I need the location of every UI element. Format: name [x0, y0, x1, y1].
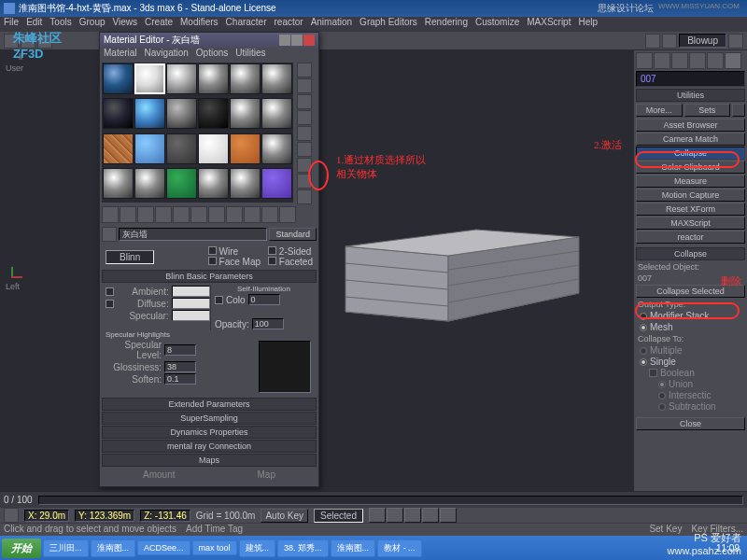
make-copy-icon[interactable]: [173, 206, 190, 223]
soften-spinner[interactable]: 0.1: [164, 373, 196, 385]
swatch[interactable]: [230, 98, 261, 129]
swatch[interactable]: [134, 168, 165, 199]
shader-dropdown[interactable]: Blinn: [106, 250, 154, 264]
time-tag[interactable]: Add Time Tag: [186, 524, 243, 536]
show-end-icon[interactable]: [261, 206, 278, 223]
put-lib-icon[interactable]: [208, 206, 225, 223]
show-map-icon[interactable]: [244, 206, 261, 223]
menu-create[interactable]: Create: [145, 17, 173, 32]
motion-capture-button[interactable]: Motion Capture: [636, 189, 745, 202]
mat-id-icon[interactable]: [226, 206, 243, 223]
swatch[interactable]: [198, 133, 229, 164]
gloss-spinner[interactable]: 38: [164, 361, 196, 372]
next-frame-icon[interactable]: [422, 508, 439, 523]
swatch[interactable]: [198, 63, 229, 94]
speclevel-spinner[interactable]: 8: [164, 344, 196, 356]
put-scene-icon[interactable]: [120, 206, 136, 223]
create-tab-icon[interactable]: [636, 52, 653, 69]
mat-editor-titlebar[interactable]: Material Editor - 灰白墙: [100, 33, 318, 48]
select-by-mat-icon[interactable]: [297, 174, 312, 189]
collapse-selected-button[interactable]: Collapse Selected: [636, 285, 745, 298]
hierarchy-tab-icon[interactable]: [671, 52, 688, 69]
maximize-icon[interactable]: [291, 35, 303, 46]
goto-start-icon[interactable]: [369, 508, 386, 523]
swatch[interactable]: [230, 168, 261, 199]
opacity-spinner[interactable]: 100: [252, 318, 284, 329]
swatch[interactable]: [166, 133, 197, 164]
motion-tab-icon[interactable]: [689, 52, 706, 69]
output-modifier-radio[interactable]: Modifier Stack: [636, 311, 745, 321]
diffuse-swatch[interactable]: [172, 298, 210, 309]
reset-icon[interactable]: [155, 206, 172, 223]
extended-rollout[interactable]: Extended Parameters: [102, 398, 317, 411]
menu-customize[interactable]: Customize: [475, 17, 519, 32]
faceted-check[interactable]: [268, 257, 276, 265]
goto-end-icon[interactable]: [440, 508, 457, 523]
swatch[interactable]: [198, 98, 229, 129]
menu-character[interactable]: Character: [226, 17, 267, 32]
timeline-track[interactable]: [38, 496, 743, 505]
menu-reactor[interactable]: reactor: [275, 17, 303, 32]
swatch[interactable]: [166, 168, 197, 199]
background-icon[interactable]: [297, 94, 312, 109]
swatch-selected[interactable]: [134, 63, 165, 94]
mat-menu-options[interactable]: Options: [196, 48, 228, 61]
mat-menu-utilities[interactable]: Utilities: [235, 48, 265, 61]
selfillum-check[interactable]: [215, 296, 223, 304]
selfillum-spinner[interactable]: 0: [248, 294, 280, 305]
sets-config-icon[interactable]: [732, 104, 745, 117]
backlight-icon[interactable]: [297, 78, 312, 93]
autokey-button[interactable]: Auto Key: [261, 509, 308, 523]
swatch[interactable]: [230, 63, 261, 94]
menu-views[interactable]: Views: [113, 17, 138, 32]
color-clipboard-button[interactable]: Color Clipboard: [636, 161, 745, 174]
supersampling-rollout[interactable]: SuperSampling: [102, 412, 317, 425]
swatch[interactable]: [198, 168, 229, 199]
minimize-icon[interactable]: [279, 35, 290, 46]
render-quick-icon[interactable]: [662, 34, 677, 49]
task-item[interactable]: 38. 郑秀...: [277, 539, 329, 557]
reactor-button[interactable]: reactor: [636, 231, 745, 244]
swatch[interactable]: [103, 98, 134, 129]
coord-z[interactable]: Z: -131.46: [140, 510, 190, 522]
mental-ray-rollout[interactable]: mental ray Connection: [102, 440, 317, 453]
ambient-lock[interactable]: [106, 287, 114, 296]
multiple-radio[interactable]: Multiple: [636, 345, 745, 356]
sample-type-icon[interactable]: [297, 63, 312, 77]
task-item[interactable]: 建筑...: [239, 539, 276, 557]
render-icon[interactable]: [645, 34, 660, 49]
facemap-check[interactable]: [208, 257, 217, 265]
task-item[interactable]: max tool: [192, 540, 237, 555]
menu-grapheditors[interactable]: Graph Editors: [359, 17, 417, 32]
task-item[interactable]: 教材 - ...: [377, 539, 422, 557]
sample-uv-icon[interactable]: [297, 110, 312, 125]
menu-help[interactable]: Help: [578, 17, 598, 32]
pick-icon[interactable]: [102, 227, 117, 242]
diffuse-lock[interactable]: [106, 300, 114, 308]
swatch[interactable]: [166, 98, 197, 129]
close-icon[interactable]: [303, 35, 315, 46]
menu-maxscript[interactable]: MAXScript: [527, 17, 571, 32]
swatch[interactable]: [103, 133, 134, 164]
asset-browser-button[interactable]: Asset Browser: [636, 119, 745, 132]
swatch[interactable]: [261, 168, 292, 199]
single-radio[interactable]: Single: [636, 357, 745, 367]
swatch[interactable]: [261, 63, 292, 94]
modify-tab-icon[interactable]: [654, 52, 670, 69]
swatch[interactable]: [261, 98, 292, 129]
menu-group[interactable]: Group: [79, 17, 106, 32]
matlib-icon[interactable]: [297, 189, 312, 204]
options-icon[interactable]: [297, 158, 312, 173]
reset-xform-button[interactable]: Reset XForm: [636, 203, 745, 216]
assign-icon[interactable]: [137, 206, 154, 223]
material-name-input[interactable]: [119, 228, 267, 241]
menu-modifiers[interactable]: Modifiers: [180, 17, 218, 32]
display-tab-icon[interactable]: [707, 52, 724, 69]
ambient-swatch[interactable]: [172, 286, 210, 297]
swatch[interactable]: [230, 133, 261, 164]
utilities-rollout-header[interactable]: Utilities: [636, 89, 745, 102]
render-preset[interactable]: Blowup: [679, 34, 726, 48]
video-check-icon[interactable]: [297, 126, 312, 141]
output-mesh-radio[interactable]: Mesh: [636, 322, 745, 332]
mat-menu-material[interactable]: Material: [104, 48, 137, 61]
